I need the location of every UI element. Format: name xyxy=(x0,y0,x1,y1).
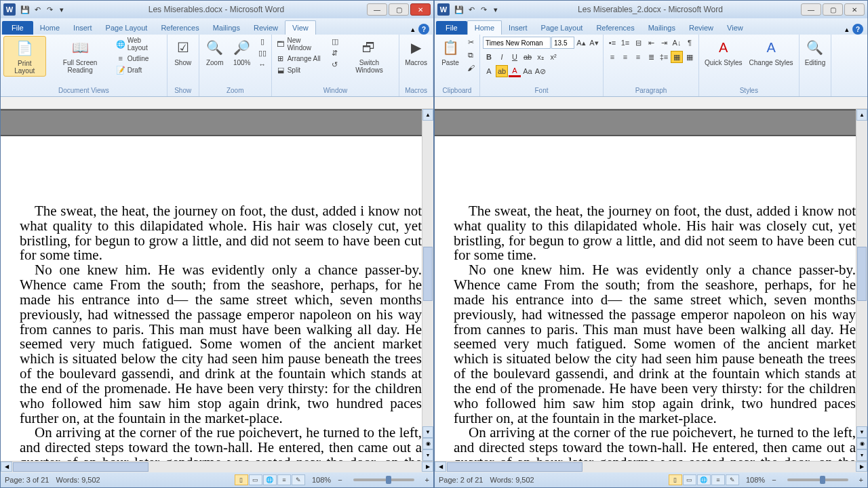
status-print-layout-button[interactable]: ▯ xyxy=(669,474,682,485)
status-page[interactable]: Page: 3 of 21 xyxy=(5,476,49,484)
zoom-slider-thumb[interactable] xyxy=(820,476,825,484)
two-pages-button[interactable]: ▯▯ xyxy=(256,47,269,58)
ribbon-minimize-icon[interactable]: ▴ xyxy=(842,24,852,35)
status-web-layout-button[interactable]: 🌐 xyxy=(697,474,711,485)
status-outline-button[interactable]: ≡ xyxy=(711,474,725,485)
document-canvas[interactable]: The sweat, the heat, the journey on foot… xyxy=(1,109,422,461)
status-full-screen-button[interactable]: ▭ xyxy=(249,474,262,485)
clear-formatting-button[interactable]: A⊘ xyxy=(534,65,547,77)
status-web-layout-button[interactable]: 🌐 xyxy=(263,474,277,485)
horizontal-ruler[interactable] xyxy=(435,97,867,109)
redo-icon[interactable]: ↷ xyxy=(44,4,55,15)
paste-button[interactable]: 📋 Paste xyxy=(437,36,463,68)
scroll-thumb[interactable] xyxy=(857,247,867,301)
tab-view[interactable]: View xyxy=(720,21,750,35)
status-zoom-level[interactable]: 108% xyxy=(312,476,331,484)
scroll-right-button[interactable]: ▶ xyxy=(856,462,867,472)
sort-button[interactable]: A↓ xyxy=(671,37,683,49)
minimize-button[interactable]: — xyxy=(367,3,387,16)
scroll-up-button[interactable]: ▲ xyxy=(422,109,433,121)
editing-button[interactable]: 🔍 Editing xyxy=(802,36,829,68)
font-name-combo[interactable]: Times New Roman xyxy=(483,37,551,49)
increase-indent-button[interactable]: ⇥ xyxy=(658,37,670,49)
cut-button[interactable]: ✂ xyxy=(465,36,477,48)
one-page-button[interactable]: ▯ xyxy=(256,36,269,47)
scroll-left-button[interactable]: ◀ xyxy=(435,462,446,472)
align-left-button[interactable]: ≡ xyxy=(606,51,618,63)
copy-button[interactable]: ⧉ xyxy=(465,49,477,61)
tab-mailings[interactable]: Mailings xyxy=(642,21,682,35)
maximize-button[interactable]: ▢ xyxy=(389,3,409,16)
close-button[interactable]: ✕ xyxy=(410,3,431,16)
macros-button[interactable]: ▶ Macros xyxy=(402,36,430,68)
justify-button[interactable]: ≣ xyxy=(645,51,657,63)
arrange-all-button[interactable]: ⊞Arrange All xyxy=(275,53,328,64)
tab-mailings[interactable]: Mailings xyxy=(206,21,247,35)
sync-scroll-button[interactable]: ⇵ xyxy=(329,47,341,58)
status-words[interactable]: Words: 9,502 xyxy=(56,476,100,484)
decrease-indent-button[interactable]: ⇤ xyxy=(645,37,657,49)
document-text[interactable]: The sweat, the heat, the journey on foot… xyxy=(1,204,422,461)
status-full-screen-button[interactable]: ▭ xyxy=(683,474,696,485)
save-icon[interactable]: 💾 xyxy=(20,4,31,15)
web-layout-button[interactable]: 🌐Web Layout xyxy=(115,36,164,52)
font-size-combo[interactable]: 13.5 xyxy=(551,37,574,49)
tab-home[interactable]: Home xyxy=(33,21,66,35)
line-spacing-button[interactable]: ‡≡ xyxy=(658,51,670,63)
zoom-slider[interactable] xyxy=(353,479,414,481)
zoom-out-button[interactable]: − xyxy=(338,476,342,484)
tab-review[interactable]: Review xyxy=(247,21,285,35)
strikethrough-button[interactable]: ab xyxy=(521,51,534,63)
tab-review[interactable]: Review xyxy=(682,21,720,35)
split-button[interactable]: ⬓Split xyxy=(275,64,328,75)
help-icon[interactable]: ? xyxy=(418,24,429,35)
tab-insert[interactable]: Insert xyxy=(502,21,534,35)
scroll-down-button[interactable]: ▼ xyxy=(422,426,433,438)
zoom-in-button[interactable]: + xyxy=(859,476,863,484)
italic-button[interactable]: I xyxy=(496,51,508,63)
status-draft-button[interactable]: ✎ xyxy=(726,474,739,485)
tab-page-layout[interactable]: Page Layout xyxy=(99,21,155,35)
horizontal-ruler[interactable] xyxy=(1,97,433,109)
change-styles-button[interactable]: A Change Styles xyxy=(747,36,796,68)
shading-button[interactable]: ▦ xyxy=(671,51,683,63)
show-button[interactable]: ☑ Show xyxy=(170,36,196,68)
subscript-button[interactable]: x₂ xyxy=(534,51,547,63)
new-window-button[interactable]: 🗔New Window xyxy=(275,36,328,52)
underline-button[interactable]: U xyxy=(509,51,521,63)
tab-file[interactable]: File xyxy=(2,21,33,35)
switch-windows-button[interactable]: 🗗 Switch Windows xyxy=(342,36,397,75)
full-screen-reading-button[interactable]: 📖 Full Screen Reading xyxy=(47,36,113,75)
ribbon-minimize-icon[interactable]: ▴ xyxy=(408,24,418,35)
borders-button[interactable]: ▦ xyxy=(684,51,696,63)
quick-styles-button[interactable]: A Quick Styles xyxy=(702,36,745,68)
tab-insert[interactable]: Insert xyxy=(66,21,99,35)
print-layout-button[interactable]: 📄 Print Layout xyxy=(3,36,46,77)
status-words[interactable]: Words: 9,502 xyxy=(490,476,534,484)
status-outline-button[interactable]: ≡ xyxy=(277,474,291,485)
scroll-right-button[interactable]: ▶ xyxy=(422,462,433,472)
horizontal-scrollbar[interactable]: ◀ ▶ xyxy=(435,461,867,472)
document-text[interactable]: The sweat, the heat, the journey on foot… xyxy=(435,204,856,461)
undo-icon[interactable]: ↶ xyxy=(32,4,43,15)
change-case-button[interactable]: Aa xyxy=(521,65,534,77)
minimize-button[interactable]: — xyxy=(801,3,821,16)
redo-icon[interactable]: ↷ xyxy=(478,4,489,15)
highlight-button[interactable]: ab xyxy=(496,65,508,77)
scroll-left-button[interactable]: ◀ xyxy=(1,462,12,472)
browse-next-button[interactable]: ▾ xyxy=(422,449,433,461)
multilevel-list-button[interactable]: ⊟ xyxy=(632,37,644,49)
zoom-slider-thumb[interactable] xyxy=(386,476,391,484)
vertical-scrollbar[interactable]: ▲ ▼ ◉ ▾ xyxy=(856,109,867,461)
save-icon[interactable]: 💾 xyxy=(454,4,465,15)
show-marks-button[interactable]: ¶ xyxy=(684,37,696,49)
grow-font-button[interactable]: A▴ xyxy=(575,37,587,49)
qat-dropdown-icon[interactable]: ▾ xyxy=(56,4,67,15)
status-print-layout-button[interactable]: ▯ xyxy=(235,474,248,485)
zoom-button[interactable]: 🔍 Zoom xyxy=(202,36,228,68)
vertical-scrollbar[interactable]: ▲ ▼ ◉ ▾ xyxy=(422,109,433,461)
tab-home[interactable]: Home xyxy=(467,20,502,35)
hscroll-thumb[interactable] xyxy=(13,462,149,472)
outline-button[interactable]: ≡Outline xyxy=(115,53,164,64)
tab-page-layout[interactable]: Page Layout xyxy=(534,21,590,35)
